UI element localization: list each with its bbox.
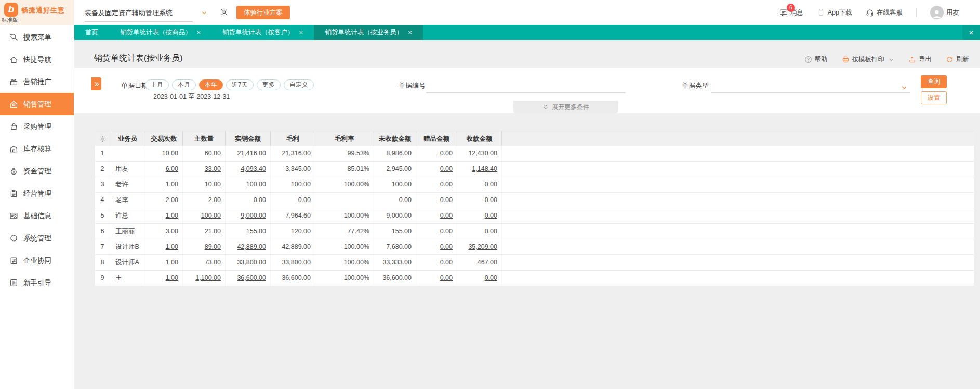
gift-link[interactable]: 0.00: [440, 150, 453, 157]
settings-button[interactable]: 设置: [921, 91, 947, 104]
received-link[interactable]: 0.00: [485, 227, 497, 235]
tab-close-icon[interactable]: ×: [299, 29, 303, 36]
qty-link[interactable]: 60.00: [205, 150, 221, 157]
gift-link[interactable]: 0.00: [440, 181, 453, 188]
collapse-filter-button[interactable]: [91, 77, 101, 90]
sidebar-item[interactable]: 资金管理: [0, 160, 74, 182]
qty-link[interactable]: 89.00: [205, 243, 221, 250]
tab-close-icon[interactable]: ×: [408, 29, 412, 36]
received-link[interactable]: 12,430.00: [468, 150, 497, 157]
received-link[interactable]: 35,209.00: [468, 243, 497, 250]
trades-link[interactable]: 10.00: [162, 150, 178, 157]
trades-link[interactable]: 1.00: [166, 243, 178, 250]
sales-link[interactable]: 155.00: [246, 227, 266, 235]
received-link[interactable]: 467.00: [478, 259, 497, 266]
sidebar-item[interactable]: 基础信息: [0, 205, 74, 227]
trades-link[interactable]: 3.00: [166, 227, 178, 235]
doc-no-input[interactable]: [426, 82, 625, 93]
app-download-button[interactable]: App下载: [817, 8, 852, 17]
column-header-margin[interactable]: 毛利率: [315, 131, 374, 146]
column-header-sales[interactable]: 实销金额: [226, 131, 271, 146]
sidebar-item[interactable]: 库存核算: [0, 138, 74, 160]
sidebar-item[interactable]: 营销推广: [0, 71, 74, 93]
help-button[interactable]: 帮助: [804, 55, 828, 64]
sidebar-item[interactable]: 新 新手引导: [0, 272, 74, 294]
trades-link[interactable]: 2.00: [166, 196, 178, 204]
date-pill[interactable]: 本年: [199, 79, 223, 90]
gift-link[interactable]: 0.00: [440, 196, 453, 204]
gift-link[interactable]: 0.00: [440, 259, 453, 266]
sales-link[interactable]: 21,416.00: [237, 150, 266, 157]
refresh-button[interactable]: 刷新: [946, 55, 969, 64]
date-pill[interactable]: 本月: [172, 79, 196, 90]
chevron-down-icon[interactable]: [888, 57, 894, 63]
sales-link[interactable]: 42,889.00: [237, 243, 266, 250]
doc-type-select[interactable]: [711, 82, 910, 93]
qty-link[interactable]: 33.00: [205, 165, 221, 172]
qty-link[interactable]: 10.00: [205, 181, 221, 188]
tab[interactable]: 销货单统计表（按商品） ×: [109, 25, 211, 40]
gift-link[interactable]: 0.00: [440, 227, 453, 235]
date-pill[interactable]: 更多: [257, 79, 281, 90]
export-button[interactable]: 导出: [908, 55, 932, 64]
sidebar-item[interactable]: 快捷导航: [0, 48, 74, 71]
expand-more-filters-button[interactable]: 展开更多条件: [513, 101, 618, 113]
sales-link[interactable]: 0.00: [254, 196, 266, 204]
messages-button[interactable]: 消息 6: [779, 8, 803, 17]
system-select[interactable]: 装备及固定资产辅助管理系统: [85, 8, 173, 18]
close-all-tabs-button[interactable]: ×: [962, 25, 980, 40]
sidebar-item[interactable]: 经营管理: [0, 182, 74, 205]
sidebar-item[interactable]: 销售管理: [0, 93, 74, 115]
tab[interactable]: 首页 ×: [74, 25, 109, 40]
date-pill[interactable]: 自定义: [284, 79, 314, 90]
print-by-template-button[interactable]: 按模板打印: [842, 55, 895, 64]
chevron-down-icon[interactable]: [900, 84, 908, 91]
sidebar-item[interactable]: 系统管理: [0, 227, 74, 249]
qty-link[interactable]: 1,100.00: [195, 274, 221, 281]
column-header-unpaid[interactable]: 未收款金额: [374, 131, 416, 146]
chevron-down-icon[interactable]: [201, 9, 208, 17]
trades-link[interactable]: 1.00: [166, 212, 178, 219]
trades-link[interactable]: 6.00: [166, 165, 178, 172]
search-button[interactable]: 查询: [921, 75, 947, 88]
trades-link[interactable]: 1.00: [166, 259, 178, 266]
received-link[interactable]: 0.00: [485, 181, 497, 188]
column-header-profit[interactable]: 毛利: [271, 131, 315, 146]
gift-link[interactable]: 0.00: [440, 165, 453, 172]
column-header-qty[interactable]: 主数量: [183, 131, 226, 146]
column-header-trades[interactable]: 交易次数: [145, 131, 183, 146]
trades-link[interactable]: 1.00: [166, 274, 178, 281]
tab[interactable]: 销货单统计表（按业务员） ×: [314, 25, 423, 40]
received-link[interactable]: 0.00: [485, 212, 497, 219]
column-header-salesperson[interactable]: 业务员: [110, 131, 145, 146]
sales-link[interactable]: 33,800.00: [237, 259, 266, 266]
gift-link[interactable]: 0.00: [440, 274, 453, 281]
tab-close-icon[interactable]: ×: [197, 29, 201, 36]
tab[interactable]: 销货单统计表（按客户） ×: [211, 25, 314, 40]
qty-link[interactable]: 2.00: [208, 196, 221, 204]
sidebar-item[interactable]: 搜索菜单: [0, 26, 74, 48]
trades-link[interactable]: 1.00: [166, 181, 178, 188]
qty-link[interactable]: 73.00: [205, 259, 221, 266]
column-header-gift[interactable]: 赠品金额: [416, 131, 457, 146]
received-link[interactable]: 0.00: [485, 274, 497, 281]
online-service-button[interactable]: 在线客服: [866, 8, 903, 17]
sales-link[interactable]: 4,093.40: [241, 165, 266, 172]
column-header-received[interactable]: 收款金额: [457, 131, 502, 146]
user-menu[interactable]: 用友: [930, 6, 959, 19]
trial-industry-plan-button[interactable]: 体验行业方案: [236, 6, 290, 19]
qty-link[interactable]: 21.00: [205, 227, 221, 235]
column-settings-gear-icon[interactable]: [95, 131, 110, 146]
sales-link[interactable]: 36,600.00: [237, 274, 266, 281]
gear-icon[interactable]: [220, 8, 229, 17]
gift-link[interactable]: 0.00: [440, 243, 453, 250]
date-pill[interactable]: 上月: [145, 79, 169, 90]
qty-link[interactable]: 100.00: [201, 212, 221, 219]
received-link[interactable]: 1,148.40: [472, 165, 497, 172]
sales-link[interactable]: 100.00: [246, 181, 266, 188]
sidebar-item[interactable]: 采购管理: [0, 115, 74, 138]
gift-link[interactable]: 0.00: [440, 212, 453, 219]
received-link[interactable]: 0.00: [485, 196, 497, 204]
date-range-value[interactable]: 2023-01-01 至 2023-12-31: [153, 92, 230, 101]
sidebar-item[interactable]: 企业协同: [0, 249, 74, 272]
